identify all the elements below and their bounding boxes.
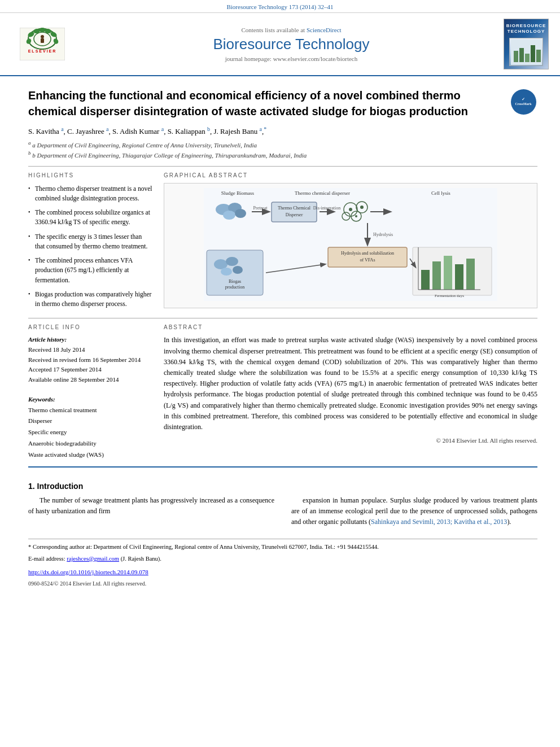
svg-text:Dis-integration: Dis-integration: [313, 206, 340, 211]
highlight-item-5: Biogas production was comparatively high…: [28, 289, 152, 311]
highlight-item-2: The combined process solubilize organics…: [28, 207, 152, 229]
svg-point-49: [226, 257, 238, 266]
footer-bottom: 0960-8524/© 2014 Elsevier Ltd. All right…: [28, 579, 537, 588]
svg-text:of VFAs: of VFAs: [360, 257, 375, 263]
sciencedirect-link[interactable]: ScienceDirect: [307, 27, 342, 33]
svg-rect-14: [514, 51, 518, 62]
svg-text:Disperser: Disperser: [286, 212, 303, 217]
svg-rect-15: [519, 48, 524, 62]
journal-center: Contents lists available at ScienceDirec…: [79, 27, 504, 62]
keywords-label: Keywords:: [28, 395, 152, 405]
highlight-item-1: Thermo chemo disperser treatment is a no…: [28, 183, 152, 205]
journal-header: ELSEVIER Contents lists available at Sci…: [0, 13, 560, 76]
svg-text:ELSEVIER: ELSEVIER: [28, 49, 57, 53]
svg-point-40: [355, 215, 357, 217]
elsevier-tree-icon: ELSEVIER: [20, 28, 65, 60]
divider-1: [28, 166, 537, 167]
svg-point-25: [223, 211, 235, 220]
footer-notes: * Corresponding author at: Department of…: [28, 539, 537, 588]
svg-text:Cell lysis: Cell lysis: [431, 190, 450, 196]
svg-point-51: [233, 266, 243, 274]
article-info-column: ARTICLE INFO Article history: Received 1…: [28, 324, 152, 460]
introduction-section: 1. Introduction The number of sewage tre…: [28, 476, 537, 532]
svg-text:Hydrolysis: Hydrolysis: [373, 232, 393, 237]
info-abstract-section: ARTICLE INFO Article history: Received 1…: [28, 324, 537, 460]
elsevier-logo: ELSEVIER: [11, 28, 73, 60]
affiliation-b: b b Department of Civil Engineering, Thi…: [28, 150, 537, 160]
svg-text:Fermentation days: Fermentation days: [435, 294, 464, 298]
article-info-header: ARTICLE INFO: [28, 324, 152, 330]
svg-rect-17: [531, 45, 535, 62]
crossmark-icon: ✓CrossMark: [511, 89, 536, 115]
keyword-3: Specific energy: [28, 427, 152, 438]
journal-cover-image: BIORESOURCETECHNOLOGY: [504, 19, 549, 69]
highlights-header: HIGHLIGHTS: [28, 172, 152, 178]
article-title-section: Enhancing the functional and economical …: [28, 88, 537, 119]
highlights-abstract-section: HIGHLIGHTS Thermo chemo disperser treatm…: [28, 172, 537, 313]
svg-rect-58: [455, 264, 463, 290]
svg-point-39: [360, 206, 364, 209]
svg-point-38: [349, 208, 352, 211]
svg-point-5: [39, 28, 46, 32]
abstract-text: In this investigation, an effort was mad…: [164, 335, 537, 433]
intro-two-col: The number of sewage treatment plants ha…: [28, 495, 537, 532]
copyright-notice: © 2014 Elsevier Ltd. All rights reserved…: [164, 437, 537, 444]
svg-rect-11: [41, 38, 44, 43]
divider-2: [28, 318, 537, 318]
svg-rect-55: [421, 270, 430, 290]
citation-link-1[interactable]: Sahinkaya and Sevimli, 2013; Kavitha et …: [371, 518, 507, 526]
highlight-item-4: The combined process enhances VFA produc…: [28, 255, 152, 286]
graphical-abstract-svg: Sludge Biomass Thermo chemical disperser…: [169, 188, 532, 301]
divider-3: [28, 466, 537, 468]
intro-para-2: expansion in human populace. Surplus slu…: [291, 495, 537, 528]
journal-title: Bioresource Technology: [79, 36, 504, 53]
crossmark-badge[interactable]: ✓CrossMark: [509, 88, 537, 116]
received-date: Received 18 July 2014: [28, 345, 152, 355]
intro-title: 1. Introduction: [28, 482, 537, 491]
article-history-label: Article history:: [28, 335, 152, 345]
intro-col-left: The number of sewage treatment plants ha…: [28, 495, 274, 532]
svg-point-10: [41, 35, 44, 38]
article-info: Article history: Received 18 July 2014 R…: [28, 335, 152, 460]
graphical-abstract-column: GRAPHICAL ABSTRACT Sludge Biomass Thermo…: [164, 172, 537, 313]
affiliation-a: a a Department of Civil Engineering, Reg…: [28, 139, 537, 150]
doi-link[interactable]: http://dx.doi.org/10.1016/j.biortech.201…: [28, 569, 148, 575]
svg-text:production: production: [225, 285, 245, 290]
svg-text:Thermo Chemical: Thermo Chemical: [278, 206, 311, 211]
intro-col-right: expansion in human populace. Surplus slu…: [291, 495, 537, 532]
keyword-5: Waste activated sludge (WAS): [28, 449, 152, 461]
accepted-date: Accepted 17 September 2014: [28, 365, 152, 375]
intro-para-1: The number of sewage treatment plants ha…: [28, 495, 274, 517]
graphical-abstract-header: GRAPHICAL ABSTRACT: [164, 172, 537, 178]
affiliations: a a Department of Civil Engineering, Reg…: [28, 139, 537, 160]
authors-line: S. Kavitha a, C. Jayashree a, S. Adish K…: [28, 126, 537, 136]
svg-text:Pretreat: Pretreat: [253, 206, 268, 211]
svg-rect-59: [466, 259, 475, 290]
journal-citation: Bioresource Technology 173 (2014) 32–41: [0, 0, 560, 13]
svg-rect-57: [444, 256, 452, 290]
abstract-column: ABSTRACT In this investigation, an effor…: [164, 324, 537, 460]
highlights-list: Thermo chemo disperser treatment is a no…: [28, 183, 152, 311]
svg-point-50: [221, 268, 232, 276]
highlights-column: HIGHLIGHTS Thermo chemo disperser treatm…: [28, 172, 152, 313]
received-revised-date: Received in revised form 16 September 20…: [28, 355, 152, 365]
article-title: Enhancing the functional and economical …: [28, 88, 501, 119]
abstract-header: ABSTRACT: [164, 324, 537, 330]
article-body: Enhancing the functional and economical …: [0, 76, 560, 600]
keyword-4: Anaerobic biodegradability: [28, 438, 152, 449]
cover-title: BIORESOURCETECHNOLOGY: [503, 20, 550, 69]
svg-point-26: [235, 209, 246, 218]
journal-homepage: journal homepage: www.elsevier.com/locat…: [79, 55, 504, 62]
svg-rect-18: [536, 50, 541, 62]
svg-text:Sludge Biomass: Sludge Biomass: [221, 190, 255, 196]
svg-text:Hydrolysis and solubilization: Hydrolysis and solubilization: [341, 251, 394, 256]
keyword-2: Disperser: [28, 416, 152, 427]
journal-cover: BIORESOURCETECHNOLOGY: [504, 19, 549, 69]
svg-rect-56: [432, 261, 441, 290]
email-note: E-mail address: rajeshces@gmail.com (J. …: [28, 554, 537, 564]
sciencedirect-info: Contents lists available at ScienceDirec…: [79, 27, 504, 33]
keywords-list: Thermo chemical treatment Disperser Spec…: [28, 405, 152, 461]
corresponding-author-note: * Corresponding author at: Department of…: [28, 543, 537, 552]
highlight-item-3: The specific energy is 3 times lesser th…: [28, 231, 152, 253]
email-link[interactable]: rajeshces@gmail.com: [67, 556, 119, 562]
